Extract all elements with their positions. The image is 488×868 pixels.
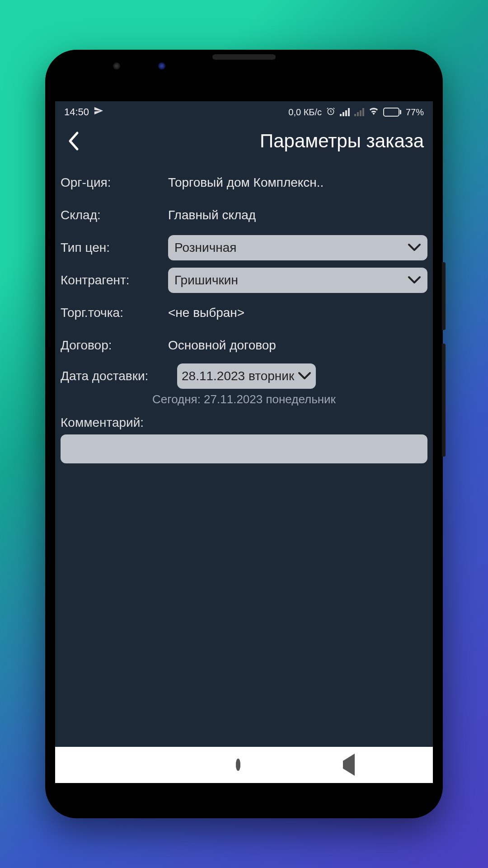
delivery-label: Дата доставки: bbox=[61, 369, 174, 383]
signal-icon-dim bbox=[354, 108, 364, 116]
chevron-down-icon bbox=[298, 369, 311, 383]
form-content: Орг-ция: Торговый дом Комплексн.. Склад:… bbox=[55, 159, 433, 747]
phone-frame: 14:50 0,0 КБ/с bbox=[45, 50, 443, 818]
wifi-icon bbox=[369, 107, 379, 118]
chevron-down-icon bbox=[408, 241, 421, 255]
chin-area bbox=[55, 783, 433, 808]
comment-input[interactable] bbox=[61, 434, 427, 463]
row-pricetype: Тип цен: Розничная bbox=[61, 231, 427, 264]
row-tradepoint: Торг.точка: <не выбран> bbox=[61, 297, 427, 329]
tradepoint-label: Торг.точка: bbox=[61, 306, 164, 320]
row-contract: Договор: Основной договор bbox=[61, 329, 427, 362]
warehouse-value[interactable]: Главный склад bbox=[168, 208, 427, 222]
pricetype-select[interactable]: Розничная bbox=[168, 235, 427, 260]
contract-value[interactable]: Основной договор bbox=[168, 338, 427, 353]
page-title: Параметры заказа bbox=[85, 130, 426, 152]
phone-camera-dot bbox=[158, 62, 165, 70]
phone-side-button bbox=[442, 344, 446, 457]
phone-camera-dot bbox=[113, 62, 120, 70]
counterparty-value: Гришичкин bbox=[174, 273, 238, 288]
telegram-icon bbox=[94, 106, 103, 118]
status-battery-pct: 77% bbox=[406, 107, 424, 118]
back-button[interactable] bbox=[62, 127, 85, 155]
row-delivery: Дата доставки: 28.11.2023 вторник bbox=[61, 362, 427, 391]
today-line: Сегодня: 27.11.2023 понедельник bbox=[61, 391, 427, 414]
comment-label: Комментарий: bbox=[61, 414, 427, 434]
row-warehouse: Склад: Главный склад bbox=[61, 199, 427, 231]
chevron-down-icon bbox=[408, 273, 421, 288]
organization-label: Орг-ция: bbox=[61, 175, 164, 190]
notch-area bbox=[55, 60, 433, 101]
warehouse-label: Склад: bbox=[61, 208, 164, 222]
tradepoint-value[interactable]: <не выбран> bbox=[168, 306, 427, 320]
battery-icon bbox=[383, 108, 401, 117]
nav-back-button[interactable] bbox=[343, 761, 355, 769]
title-bar: Параметры заказа bbox=[55, 123, 433, 159]
pricetype-label: Тип цен: bbox=[61, 241, 164, 255]
row-organization: Орг-ция: Торговый дом Комплексн.. bbox=[61, 166, 427, 199]
delivery-value: 28.11.2023 вторник bbox=[182, 369, 294, 383]
counterparty-label: Контрагент: bbox=[61, 273, 164, 288]
status-bar: 14:50 0,0 КБ/с bbox=[55, 101, 433, 123]
alarm-icon bbox=[326, 107, 335, 118]
organization-value[interactable]: Торговый дом Комплексн.. bbox=[168, 175, 427, 190]
phone-speaker bbox=[212, 54, 276, 60]
counterparty-select[interactable]: Гришичкин bbox=[168, 268, 427, 293]
row-counterparty: Контрагент: Гришичкин bbox=[61, 264, 427, 297]
status-time: 14:50 bbox=[64, 106, 89, 118]
nav-home-button[interactable] bbox=[236, 761, 240, 769]
signal-icon bbox=[340, 108, 350, 116]
phone-side-button bbox=[442, 262, 446, 330]
contract-label: Договор: bbox=[61, 338, 164, 353]
android-nav-bar bbox=[55, 747, 433, 783]
delivery-date-select[interactable]: 28.11.2023 вторник bbox=[177, 363, 316, 389]
pricetype-value: Розничная bbox=[174, 241, 236, 255]
status-speed: 0,0 КБ/с bbox=[288, 107, 322, 118]
